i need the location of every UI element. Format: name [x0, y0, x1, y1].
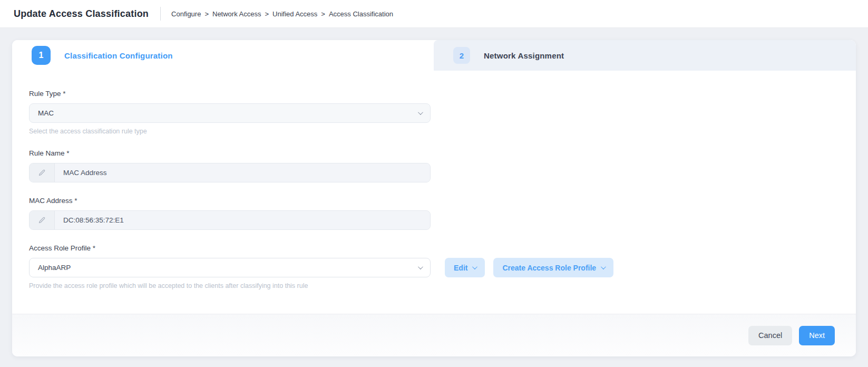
breadcrumb-separator: >	[204, 10, 209, 18]
rule-name-input[interactable]	[55, 163, 430, 182]
step-2-label: Network Assignment	[484, 51, 564, 60]
top-header-bar: Update Access Classification Configure >…	[0, 0, 868, 28]
breadcrumb-item-access-classification[interactable]: Access Classification	[329, 10, 393, 18]
mac-address-field-group: MAC Address *	[29, 197, 856, 230]
mac-address-input-wrap	[29, 210, 431, 230]
pencil-icon	[30, 211, 55, 229]
rule-type-select[interactable]: MAC	[29, 103, 431, 123]
chevron-down-icon	[601, 264, 606, 269]
header-divider	[160, 7, 161, 21]
breadcrumb: Configure > Network Access > Unified Acc…	[171, 10, 393, 18]
breadcrumb-separator: >	[321, 10, 325, 18]
rule-type-field-group: Rule Type * MAC Select the access classi…	[29, 90, 856, 135]
edit-button[interactable]: Edit	[445, 258, 485, 277]
page-title: Update Access Classification	[14, 8, 149, 20]
create-access-role-profile-label: Create Access Role Profile	[502, 264, 596, 272]
tab-classification-configuration[interactable]: 1 Classification Configuration	[12, 40, 434, 71]
breadcrumb-item-network-access[interactable]: Network Access	[212, 10, 261, 18]
rule-type-selected-value: MAC	[38, 109, 54, 117]
tab-network-assignment[interactable]: 2 Network Assignment	[434, 40, 856, 71]
rule-type-label: Rule Type *	[29, 90, 856, 98]
step-2-badge: 2	[453, 47, 470, 64]
wizard-steps: 1 Classification Configuration 2 Network…	[12, 40, 856, 71]
rule-type-helper-text: Select the access classification rule ty…	[29, 128, 856, 135]
access-role-profile-label: Access Role Profile *	[29, 244, 856, 252]
access-role-profile-field-group: Access Role Profile * AlphaARP Edit Crea…	[29, 244, 856, 289]
rule-name-field-group: Rule Name *	[29, 149, 856, 182]
mac-address-label: MAC Address *	[29, 197, 856, 205]
rule-name-label: Rule Name *	[29, 149, 856, 157]
edit-button-label: Edit	[454, 264, 467, 272]
breadcrumb-separator: >	[265, 10, 269, 18]
access-role-profile-helper-text: Provide the access role profile which wi…	[29, 282, 856, 289]
classification-form: Rule Type * MAC Select the access classi…	[12, 71, 856, 289]
chevron-down-icon	[472, 264, 477, 269]
access-role-profile-selected-value: AlphaARP	[38, 264, 71, 272]
breadcrumb-item-unified-access[interactable]: Unified Access	[272, 10, 317, 18]
create-access-role-profile-button[interactable]: Create Access Role Profile	[493, 258, 613, 277]
chevron-down-icon	[418, 264, 423, 269]
wizard-footer: Cancel Next	[12, 314, 856, 356]
access-role-profile-row: AlphaARP Edit Create Access Role Profile	[29, 258, 856, 277]
wizard-card: 1 Classification Configuration 2 Network…	[12, 40, 856, 356]
next-button[interactable]: Next	[799, 326, 835, 345]
rule-name-input-wrap	[29, 163, 431, 182]
breadcrumb-item-configure[interactable]: Configure	[171, 10, 201, 18]
access-role-profile-select[interactable]: AlphaARP	[29, 258, 431, 277]
mac-address-input[interactable]	[55, 211, 430, 229]
step-1-label: Classification Configuration	[64, 51, 173, 60]
step-1-badge: 1	[32, 46, 51, 65]
cancel-button[interactable]: Cancel	[748, 326, 792, 345]
pencil-icon	[30, 163, 55, 182]
chevron-down-icon	[418, 110, 423, 115]
